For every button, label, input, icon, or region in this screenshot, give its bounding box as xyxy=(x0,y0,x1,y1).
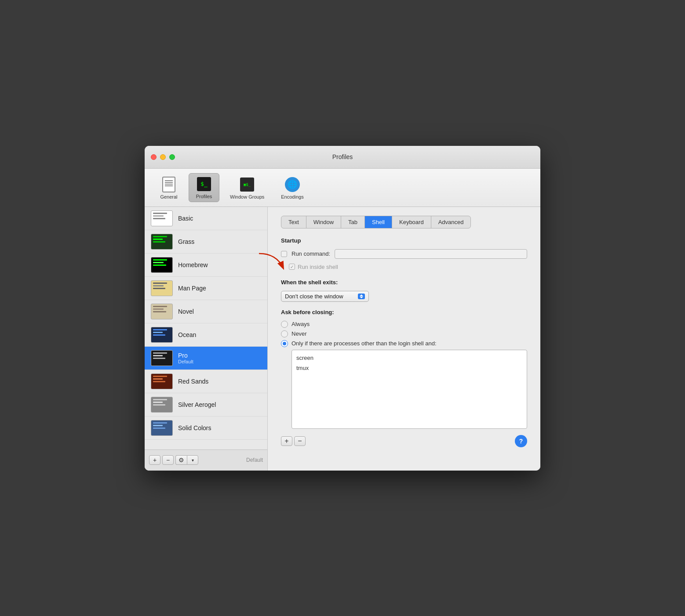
default-label: Default xyxy=(246,457,263,463)
profile-thumbnail-homebrew xyxy=(151,257,173,273)
tab-window[interactable]: Window xyxy=(306,216,341,228)
profile-name-solidcolors: Solid Colors xyxy=(178,424,211,431)
remove-profile-button[interactable]: − xyxy=(162,455,174,465)
profile-name-novel: Novel xyxy=(178,308,194,315)
sidebar-footer: + − ⚙ ▾ Default xyxy=(145,449,267,471)
profile-name-basic: Basic xyxy=(178,215,193,222)
ask-before-closing-title: Ask before closing: xyxy=(281,309,527,315)
process-list-item-tmux: tmux xyxy=(296,363,522,373)
radio-always-row: Always xyxy=(281,321,527,328)
toolbar-label-general: General xyxy=(160,194,177,199)
window-controls xyxy=(151,154,175,160)
sidebar: Basic Grass xyxy=(145,207,268,471)
profile-item-grass[interactable]: Grass xyxy=(145,230,267,254)
main-content: Text Window Tab Shell Keyboard Advanced … xyxy=(268,207,540,471)
run-inside-shell-checkbox[interactable] xyxy=(289,264,295,270)
dropdown-row: Don't close the window xyxy=(281,291,527,302)
encodings-icon: 🌐 xyxy=(284,177,300,192)
minimize-button[interactable] xyxy=(160,154,166,160)
gear-chevron-button[interactable]: ▾ xyxy=(187,455,198,465)
content-area: Basic Grass xyxy=(145,207,540,471)
profile-thumbnail-manpage xyxy=(151,280,173,296)
profile-item-redsands[interactable]: Red Sands xyxy=(145,370,267,393)
toolbar-item-profiles[interactable]: $_ Profiles xyxy=(189,173,219,202)
profile-thumbnail-ocean xyxy=(151,327,173,343)
tab-text[interactable]: Text xyxy=(281,216,306,228)
profile-thumbnail-redsands xyxy=(151,373,173,389)
tab-bar: Text Window Tab Shell Keyboard Advanced xyxy=(281,216,471,228)
profile-thumbnail-pro xyxy=(151,350,173,366)
main-window: Profiles General $_ Profiles ▣$_ Window … xyxy=(145,146,540,471)
run-inside-shell-label: Run inside shell xyxy=(298,264,338,270)
dropdown-selected-value: Don't close the window xyxy=(285,293,343,300)
run-inside-wrapper: Run inside shell xyxy=(281,264,338,270)
titlebar: Profiles xyxy=(145,146,540,169)
toolbar: General $_ Profiles ▣$_ Window Groups 🌐 … xyxy=(145,169,540,207)
profile-name-manpage: Man Page xyxy=(178,285,206,292)
startup-wrapper: Run command: xyxy=(281,249,527,270)
profile-name-homebrew: Homebrew xyxy=(178,261,208,268)
close-button[interactable] xyxy=(151,154,157,160)
profile-item-solidcolors[interactable]: Solid Colors xyxy=(145,417,267,440)
profile-thumbnail-novel xyxy=(151,304,173,319)
profile-item-manpage[interactable]: Man Page xyxy=(145,277,267,300)
profile-name-ocean: Ocean xyxy=(178,331,196,338)
add-process-button[interactable]: + xyxy=(281,436,292,446)
profiles-icon: $_ xyxy=(196,176,212,192)
run-command-label: Run command: xyxy=(291,250,330,257)
maximize-button[interactable] xyxy=(169,154,175,160)
tab-tab[interactable]: Tab xyxy=(341,216,365,228)
when-shell-exits-dropdown[interactable]: Don't close the window xyxy=(281,291,369,302)
profile-thumbnail-basic xyxy=(151,210,173,226)
profile-item-ocean[interactable]: Ocean xyxy=(145,323,267,347)
window-title: Profiles xyxy=(332,153,353,160)
toolbar-label-encodings: Encodings xyxy=(281,194,303,199)
profile-item-basic[interactable]: Basic xyxy=(145,207,267,230)
profile-thumbnail-silveraerogel xyxy=(151,397,173,413)
profile-sub-pro: Default xyxy=(178,359,193,364)
run-command-checkbox[interactable] xyxy=(281,251,287,257)
radio-onlyif-row: Only if there are processes other than t… xyxy=(281,340,527,347)
toolbar-item-general[interactable]: General xyxy=(153,174,184,202)
run-inside-shell-row: Run inside shell xyxy=(289,264,338,270)
profile-thumbnail-grass xyxy=(151,234,173,250)
tab-keyboard[interactable]: Keyboard xyxy=(392,216,431,228)
general-icon xyxy=(161,177,177,192)
profile-item-pro[interactable]: Pro Default xyxy=(145,347,267,370)
profile-name-pro: Pro xyxy=(178,352,193,359)
process-list-item-screen: screen xyxy=(296,353,522,363)
add-profile-button[interactable]: + xyxy=(149,455,160,465)
startup-section: Startup Run command: xyxy=(281,237,527,270)
dropdown-arrow-icon xyxy=(358,294,365,299)
radio-always[interactable] xyxy=(281,321,288,328)
toolbar-label-profiles: Profiles xyxy=(196,194,212,199)
profile-name-silveraerogel: Silver Aerogel xyxy=(178,401,216,408)
tab-advanced[interactable]: Advanced xyxy=(431,216,471,228)
profile-name-redsands: Red Sands xyxy=(178,378,208,385)
toolbar-item-encodings[interactable]: 🌐 Encodings xyxy=(275,174,310,202)
startup-title: Startup xyxy=(281,237,527,244)
radio-never-label: Never xyxy=(291,330,307,337)
profile-item-novel[interactable]: Novel xyxy=(145,300,267,323)
run-command-input[interactable] xyxy=(335,249,527,259)
profile-item-silveraerogel[interactable]: Silver Aerogel xyxy=(145,393,267,417)
radio-always-label: Always xyxy=(291,321,310,327)
toolbar-label-window-groups: Window Groups xyxy=(230,194,264,199)
remove-process-button[interactable]: − xyxy=(294,436,306,446)
toolbar-item-window-groups[interactable]: ▣$_ Window Groups xyxy=(224,174,270,202)
radio-only-if[interactable] xyxy=(281,340,288,347)
window-groups-icon: ▣$_ xyxy=(239,177,255,192)
tab-shell[interactable]: Shell xyxy=(365,216,392,228)
profile-thumbnail-solidcolors xyxy=(151,420,173,436)
gear-group: ⚙ ▾ xyxy=(175,455,198,465)
radio-never-row: Never xyxy=(281,330,527,337)
ask-before-closing-section: Ask before closing: Always Never Only if… xyxy=(281,309,527,429)
gear-button[interactable]: ⚙ xyxy=(175,455,187,465)
run-command-row: Run command: xyxy=(281,249,527,259)
radio-never[interactable] xyxy=(281,330,288,337)
process-list[interactable]: screen tmux xyxy=(291,350,527,429)
when-shell-exits-section: When the shell exits: Don't close the wi… xyxy=(281,279,527,302)
help-button[interactable]: ? xyxy=(515,435,527,447)
when-shell-exits-title: When the shell exits: xyxy=(281,279,527,286)
profile-item-homebrew[interactable]: Homebrew xyxy=(145,254,267,277)
